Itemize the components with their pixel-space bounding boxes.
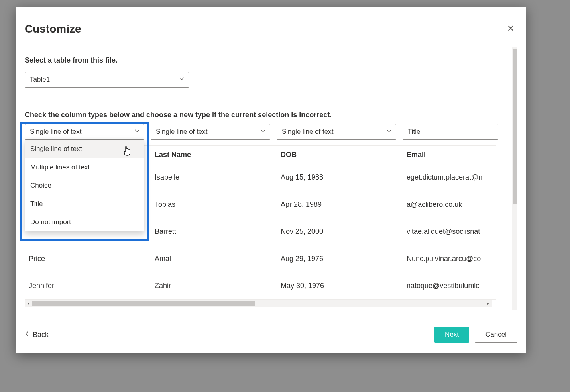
table-select-value: Table1: [30, 76, 50, 84]
dialog-footer: Back Next Cancel: [25, 325, 517, 344]
table-picker-label: Select a table from this file.: [25, 56, 517, 65]
column-type-row: Single line of text Single line of text …: [25, 124, 511, 140]
cell: Aug 29, 1976: [277, 255, 403, 263]
back-label: Back: [33, 331, 49, 339]
cell: Jennifer: [25, 282, 151, 290]
dialog-title: Customize: [25, 23, 81, 35]
chevron-left-icon: [25, 331, 29, 339]
cell: natoque@vestibulumlc: [403, 282, 496, 290]
cell: Amal: [151, 255, 277, 263]
next-button[interactable]: Next: [434, 327, 469, 343]
column-type-instruction: Check the column types below and choose …: [25, 111, 517, 119]
column-type-value: Single line of text: [156, 128, 207, 136]
cell: Tobias: [151, 200, 277, 209]
cell: Isabelle: [151, 173, 277, 182]
table-row: Jennifer Zahir May 30, 1976 natoque@vest…: [25, 272, 496, 300]
column-type-dropdown: Single line of text Multiple lines of te…: [25, 140, 144, 231]
chevron-down-icon: [260, 128, 266, 136]
column-type-select-2[interactable]: Single line of text: [151, 124, 270, 140]
column-type-value: Single line of text: [282, 128, 333, 136]
dropdown-option-multiple-lines[interactable]: Multiple lines of text: [25, 158, 144, 176]
column-header: DOB: [277, 151, 403, 159]
next-label: Next: [445, 331, 459, 339]
cell: Apr 28, 1989: [277, 200, 403, 209]
chevron-down-icon: [134, 128, 140, 136]
cell: Zahir: [151, 282, 277, 290]
scrollbar-thumb[interactable]: [32, 301, 255, 306]
column-type-value: Title: [408, 128, 421, 136]
cell: Nov 25, 2000: [277, 227, 403, 236]
column-header: Email: [403, 151, 496, 159]
dropdown-option-title[interactable]: Title: [25, 195, 144, 213]
cancel-button[interactable]: Cancel: [475, 327, 517, 343]
cell: Aug 15, 1988: [277, 173, 403, 182]
column-type-value: Single line of text: [30, 128, 81, 136]
horizontal-scrollbar[interactable]: [25, 300, 492, 307]
chevron-down-icon: [179, 76, 185, 84]
cell: eget.dictum.placerat@n: [403, 173, 496, 182]
cancel-label: Cancel: [485, 331, 507, 339]
vertical-scrollbar[interactable]: [512, 47, 517, 310]
cell: Barrett: [151, 227, 277, 236]
cell: vitae.aliquet@sociisnat: [403, 227, 496, 236]
column-type-select-4[interactable]: Title: [403, 124, 498, 140]
dropdown-option-single-line[interactable]: Single line of text: [25, 140, 144, 158]
table-row: Price Amal Aug 29, 1976 Nunc.pulvinar.ar…: [25, 245, 496, 272]
cell: May 30, 1976: [277, 282, 403, 290]
cell: Nunc.pulvinar.arcu@co: [403, 255, 496, 263]
customize-dialog: Customize ✕ Select a table from this fil…: [16, 7, 526, 353]
dropdown-option-do-not-import[interactable]: Do not import: [25, 213, 144, 231]
chevron-down-icon: [386, 128, 392, 136]
close-icon[interactable]: ✕: [504, 22, 517, 35]
column-type-select-3[interactable]: Single line of text: [277, 124, 396, 140]
table-select[interactable]: Table1: [25, 72, 189, 88]
scrollbar-thumb[interactable]: [513, 49, 517, 204]
column-header: Last Name: [151, 151, 277, 159]
back-button[interactable]: Back: [25, 331, 49, 339]
cell: a@aclibero.co.uk: [403, 200, 496, 209]
dropdown-option-choice[interactable]: Choice: [25, 176, 144, 195]
cell: Price: [25, 255, 151, 263]
column-type-select-1[interactable]: Single line of text: [25, 124, 144, 140]
